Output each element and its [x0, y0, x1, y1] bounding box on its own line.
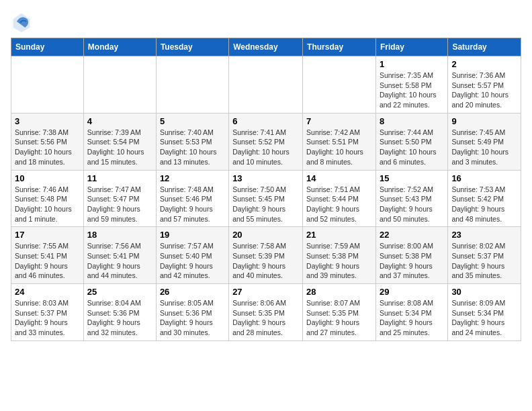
day-info: Sunrise: 8:04 AM Sunset: 5:36 PM Dayligh…	[87, 298, 152, 338]
day-number: 13	[232, 173, 299, 183]
day-info: Sunrise: 8:00 AM Sunset: 5:38 PM Dayligh…	[380, 241, 444, 281]
day-info: Sunrise: 7:41 AM Sunset: 5:52 PM Dayligh…	[232, 128, 299, 167]
day-number: 21	[306, 230, 372, 240]
calendar-cell: 9Sunrise: 7:45 AM Sunset: 5:49 PM Daylig…	[448, 113, 521, 170]
day-number: 15	[380, 173, 444, 183]
calendar-week-4: 24Sunrise: 8:03 AM Sunset: 5:37 PM Dayli…	[11, 284, 521, 341]
calendar-cell	[229, 56, 303, 113]
calendar-week-3: 17Sunrise: 7:55 AM Sunset: 5:41 PM Dayli…	[11, 227, 521, 284]
calendar-cell: 20Sunrise: 7:58 AM Sunset: 5:39 PM Dayli…	[229, 227, 303, 284]
day-info: Sunrise: 7:47 AM Sunset: 5:47 PM Dayligh…	[87, 185, 152, 224]
day-info: Sunrise: 8:07 AM Sunset: 5:35 PM Dayligh…	[306, 298, 372, 338]
day-info: Sunrise: 7:46 AM Sunset: 5:48 PM Dayligh…	[15, 185, 80, 224]
calendar-header-sunday: Sunday	[11, 38, 84, 56]
day-info: Sunrise: 7:51 AM Sunset: 5:44 PM Dayligh…	[306, 185, 372, 224]
day-number: 28	[306, 287, 372, 297]
calendar-cell: 5Sunrise: 7:40 AM Sunset: 5:53 PM Daylig…	[156, 113, 228, 170]
day-number: 30	[451, 287, 517, 297]
day-number: 7	[306, 116, 372, 126]
day-number: 6	[232, 116, 299, 126]
day-info: Sunrise: 8:02 AM Sunset: 5:37 PM Dayligh…	[451, 241, 517, 281]
day-number: 16	[451, 173, 517, 183]
calendar-week-1: 3Sunrise: 7:38 AM Sunset: 5:56 PM Daylig…	[11, 113, 521, 170]
day-info: Sunrise: 7:59 AM Sunset: 5:38 PM Dayligh…	[306, 241, 372, 281]
calendar-cell: 15Sunrise: 7:52 AM Sunset: 5:43 PM Dayli…	[375, 170, 447, 227]
day-info: Sunrise: 7:36 AM Sunset: 5:57 PM Dayligh…	[451, 71, 517, 110]
day-info: Sunrise: 7:44 AM Sunset: 5:50 PM Dayligh…	[380, 128, 444, 167]
calendar-cell: 14Sunrise: 7:51 AM Sunset: 5:44 PM Dayli…	[303, 170, 376, 227]
day-number: 22	[380, 230, 444, 240]
day-number: 4	[87, 116, 152, 126]
day-number: 18	[87, 230, 152, 240]
calendar-cell: 19Sunrise: 7:57 AM Sunset: 5:40 PM Dayli…	[156, 227, 228, 284]
calendar-cell	[303, 56, 376, 113]
day-info: Sunrise: 7:42 AM Sunset: 5:51 PM Dayligh…	[306, 128, 372, 167]
calendar-cell: 3Sunrise: 7:38 AM Sunset: 5:56 PM Daylig…	[11, 113, 84, 170]
day-number: 19	[160, 230, 225, 240]
day-info: Sunrise: 7:50 AM Sunset: 5:45 PM Dayligh…	[232, 185, 299, 224]
calendar-cell: 18Sunrise: 7:56 AM Sunset: 5:41 PM Dayli…	[83, 227, 156, 284]
calendar-cell: 12Sunrise: 7:48 AM Sunset: 5:46 PM Dayli…	[156, 170, 228, 227]
calendar-cell: 8Sunrise: 7:44 AM Sunset: 5:50 PM Daylig…	[375, 113, 447, 170]
calendar-cell: 27Sunrise: 8:06 AM Sunset: 5:35 PM Dayli…	[229, 284, 303, 341]
day-info: Sunrise: 7:57 AM Sunset: 5:40 PM Dayligh…	[160, 241, 225, 281]
calendar-header-monday: Monday	[83, 38, 156, 56]
calendar-cell: 28Sunrise: 8:07 AM Sunset: 5:35 PM Dayli…	[303, 284, 376, 341]
calendar-cell: 2Sunrise: 7:36 AM Sunset: 5:57 PM Daylig…	[448, 56, 521, 113]
day-number: 12	[160, 173, 225, 183]
day-info: Sunrise: 7:35 AM Sunset: 5:58 PM Dayligh…	[380, 71, 444, 110]
calendar-cell: 22Sunrise: 8:00 AM Sunset: 5:38 PM Dayli…	[375, 227, 447, 284]
calendar-header-friday: Friday	[375, 38, 447, 56]
calendar-cell: 23Sunrise: 8:02 AM Sunset: 5:37 PM Dayli…	[448, 227, 521, 284]
calendar-cell: 10Sunrise: 7:46 AM Sunset: 5:48 PM Dayli…	[11, 170, 84, 227]
day-info: Sunrise: 8:08 AM Sunset: 5:34 PM Dayligh…	[380, 298, 444, 338]
calendar-week-2: 10Sunrise: 7:46 AM Sunset: 5:48 PM Dayli…	[11, 170, 521, 227]
day-info: Sunrise: 7:55 AM Sunset: 5:41 PM Dayligh…	[15, 241, 80, 281]
day-number: 27	[232, 287, 299, 297]
calendar-cell: 16Sunrise: 7:53 AM Sunset: 5:42 PM Dayli…	[448, 170, 521, 227]
day-number: 14	[306, 173, 372, 183]
day-info: Sunrise: 7:45 AM Sunset: 5:49 PM Dayligh…	[451, 128, 517, 167]
day-number: 8	[380, 116, 444, 126]
calendar-cell: 21Sunrise: 7:59 AM Sunset: 5:38 PM Dayli…	[303, 227, 376, 284]
day-number: 1	[380, 59, 444, 69]
calendar-cell: 1Sunrise: 7:35 AM Sunset: 5:58 PM Daylig…	[375, 56, 447, 113]
calendar-header-saturday: Saturday	[448, 38, 521, 56]
calendar-cell: 24Sunrise: 8:03 AM Sunset: 5:37 PM Dayli…	[11, 284, 84, 341]
calendar-body: 1Sunrise: 7:35 AM Sunset: 5:58 PM Daylig…	[11, 56, 521, 341]
calendar-header-thursday: Thursday	[303, 38, 376, 56]
calendar-header-tuesday: Tuesday	[156, 38, 228, 56]
calendar-cell: 11Sunrise: 7:47 AM Sunset: 5:47 PM Dayli…	[83, 170, 156, 227]
day-info: Sunrise: 7:40 AM Sunset: 5:53 PM Dayligh…	[160, 128, 225, 167]
day-number: 29	[380, 287, 444, 297]
logo-icon	[11, 11, 32, 32]
day-number: 2	[451, 59, 517, 69]
day-number: 25	[87, 287, 152, 297]
calendar-table: SundayMondayTuesdayWednesdayThursdayFrid…	[11, 38, 521, 341]
calendar-cell: 4Sunrise: 7:39 AM Sunset: 5:54 PM Daylig…	[83, 113, 156, 170]
day-info: Sunrise: 8:05 AM Sunset: 5:36 PM Dayligh…	[160, 298, 225, 338]
day-number: 17	[15, 230, 80, 240]
calendar-cell: 13Sunrise: 7:50 AM Sunset: 5:45 PM Dayli…	[229, 170, 303, 227]
day-number: 20	[232, 230, 299, 240]
day-info: Sunrise: 7:58 AM Sunset: 5:39 PM Dayligh…	[232, 241, 299, 281]
calendar-cell: 25Sunrise: 8:04 AM Sunset: 5:36 PM Dayli…	[83, 284, 156, 341]
day-number: 9	[451, 116, 517, 126]
day-info: Sunrise: 8:06 AM Sunset: 5:35 PM Dayligh…	[232, 298, 299, 338]
calendar-week-0: 1Sunrise: 7:35 AM Sunset: 5:58 PM Daylig…	[11, 56, 521, 113]
calendar-cell: 7Sunrise: 7:42 AM Sunset: 5:51 PM Daylig…	[303, 113, 376, 170]
logo	[11, 11, 35, 32]
calendar-cell	[83, 56, 156, 113]
day-info: Sunrise: 8:09 AM Sunset: 5:34 PM Dayligh…	[451, 298, 517, 338]
calendar-header-row: SundayMondayTuesdayWednesdayThursdayFrid…	[11, 38, 521, 56]
day-info: Sunrise: 8:03 AM Sunset: 5:37 PM Dayligh…	[15, 298, 80, 338]
day-info: Sunrise: 7:53 AM Sunset: 5:42 PM Dayligh…	[451, 185, 517, 224]
day-info: Sunrise: 7:48 AM Sunset: 5:46 PM Dayligh…	[160, 185, 225, 224]
day-number: 10	[15, 173, 80, 183]
calendar-cell: 6Sunrise: 7:41 AM Sunset: 5:52 PM Daylig…	[229, 113, 303, 170]
page-header	[11, 11, 521, 32]
calendar-cell	[11, 56, 84, 113]
day-number: 23	[451, 230, 517, 240]
calendar-cell: 17Sunrise: 7:55 AM Sunset: 5:41 PM Dayli…	[11, 227, 84, 284]
day-info: Sunrise: 7:56 AM Sunset: 5:41 PM Dayligh…	[87, 241, 152, 281]
